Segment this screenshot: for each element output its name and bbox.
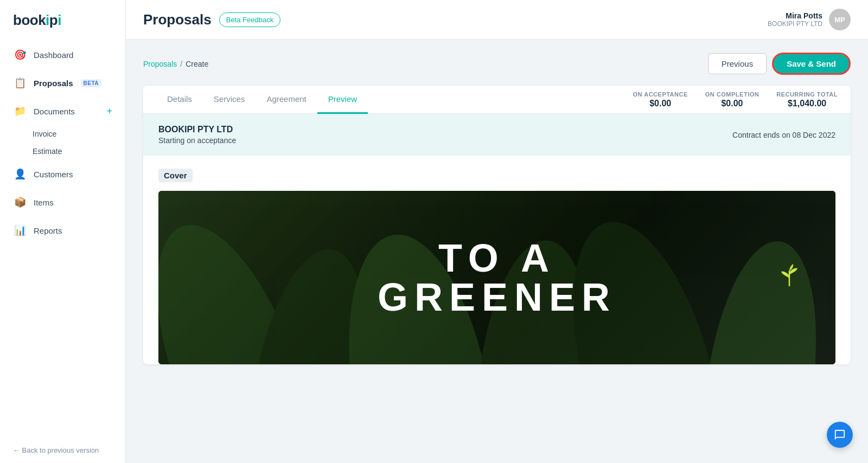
sidebar-item-label: Invoice bbox=[33, 130, 56, 138]
breadcrumb-row: Proposals / Create Previous Save & Send bbox=[143, 53, 851, 75]
preview-content: BOOKIPI PTY LTD Starting on acceptance C… bbox=[143, 114, 851, 364]
documents-icon: 📁 bbox=[13, 104, 27, 118]
cover-image: TO A GREENER bbox=[158, 191, 835, 364]
beta-feedback-button[interactable]: Beta Feedback bbox=[219, 12, 280, 27]
header-left: Proposals Beta Feedback bbox=[143, 11, 280, 28]
sidebar-item-label: Dashboard bbox=[34, 50, 73, 60]
stat-label: RECURRING TOTAL bbox=[776, 91, 838, 98]
sidebar-item-label: Documents bbox=[34, 107, 75, 116]
beta-badge: BETA bbox=[81, 79, 101, 87]
breadcrumb-parent[interactable]: Proposals bbox=[143, 60, 177, 68]
customers-icon: 👤 bbox=[13, 167, 27, 181]
avatar[interactable]: MP bbox=[829, 9, 851, 30]
stat-value: $0.00 bbox=[705, 99, 759, 108]
documents-row: Documents + bbox=[34, 106, 112, 117]
actions-row: Previous Save & Send bbox=[708, 53, 851, 75]
save-send-button[interactable]: Save & Send bbox=[772, 53, 851, 75]
sidebar-item-invoice[interactable]: Invoice bbox=[0, 125, 125, 143]
sidebar-item-reports[interactable]: 📊 Reports bbox=[0, 216, 125, 245]
contract-subtitle: Starting on acceptance bbox=[158, 136, 236, 145]
tab-agreement[interactable]: Agreement bbox=[256, 86, 317, 114]
dashboard-icon: 🎯 bbox=[13, 48, 27, 62]
user-info: Mira Potts BOOKIPI PTY LTD bbox=[768, 11, 822, 28]
cover-line-2: GREENER bbox=[180, 278, 814, 317]
stat-value: $1,040.00 bbox=[776, 99, 838, 108]
contract-header: BOOKIPI PTY LTD Starting on acceptance C… bbox=[143, 114, 851, 156]
tab-services[interactable]: Services bbox=[203, 86, 256, 114]
breadcrumb-current: Create bbox=[186, 60, 208, 68]
sidebar-item-documents[interactable]: 📁 Documents + bbox=[0, 97, 125, 125]
sidebar-item-label: Proposals bbox=[34, 79, 73, 88]
stat-on-acceptance: ON ACCEPTANCE $0.00 bbox=[633, 91, 688, 108]
chat-icon bbox=[834, 429, 846, 441]
contract-company-name: BOOKIPI PTY LTD bbox=[158, 125, 236, 134]
previous-button[interactable]: Previous bbox=[708, 53, 767, 74]
breadcrumb: Proposals / Create bbox=[143, 60, 208, 68]
content-area: Proposals / Create Previous Save & Send … bbox=[126, 40, 868, 463]
contract-left: BOOKIPI PTY LTD Starting on acceptance bbox=[158, 125, 236, 145]
sidebar-item-label: Customers bbox=[34, 170, 73, 179]
sidebar-nav: 🎯 Dashboard 📋 Proposals BETA 📁 Documents… bbox=[0, 38, 125, 438]
sidebar-item-items[interactable]: 📦 Items bbox=[0, 188, 125, 216]
contract-end-date: Contract ends on 08 Dec 2022 bbox=[732, 131, 835, 139]
tab-preview[interactable]: Preview bbox=[317, 86, 368, 114]
reports-icon: 📊 bbox=[13, 223, 27, 237]
cover-section: Cover bbox=[143, 156, 851, 364]
back-to-previous-version[interactable]: ← Back to previous version bbox=[0, 438, 125, 463]
plant-leaf-icon bbox=[776, 263, 803, 292]
sidebar-item-proposals[interactable]: 📋 Proposals BETA bbox=[0, 69, 125, 97]
tabs-left: Details Services Agreement Preview bbox=[156, 86, 368, 113]
stat-on-completion: ON COMPLETION $0.00 bbox=[705, 91, 759, 108]
cover-text: TO A GREENER bbox=[158, 239, 835, 317]
tabs-row: Details Services Agreement Preview ON AC… bbox=[143, 86, 851, 114]
logo: bookipi bbox=[0, 0, 125, 38]
breadcrumb-separator: / bbox=[180, 60, 182, 68]
sidebar-item-customers[interactable]: 👤 Customers bbox=[0, 160, 125, 188]
stats-row: ON ACCEPTANCE $0.00 ON COMPLETION $0.00 … bbox=[633, 91, 838, 108]
sidebar-item-label: Reports bbox=[34, 226, 62, 235]
sidebar: bookipi 🎯 Dashboard 📋 Proposals BETA 📁 D… bbox=[0, 0, 126, 463]
proposals-icon: 📋 bbox=[13, 76, 27, 90]
cover-section-title: Cover bbox=[158, 169, 193, 182]
sidebar-item-dashboard[interactable]: 🎯 Dashboard bbox=[0, 41, 125, 69]
page-title: Proposals bbox=[143, 11, 212, 28]
user-name: Mira Potts bbox=[768, 11, 822, 20]
stat-value: $0.00 bbox=[633, 99, 688, 108]
header-right: Mira Potts BOOKIPI PTY LTD MP bbox=[768, 9, 851, 30]
top-header: Proposals Beta Feedback Mira Potts BOOKI… bbox=[126, 0, 868, 40]
sidebar-item-label: Items bbox=[34, 198, 54, 207]
items-icon: 📦 bbox=[13, 195, 27, 209]
add-document-button[interactable]: + bbox=[106, 106, 112, 117]
sidebar-item-estimate[interactable]: Estimate bbox=[0, 143, 125, 160]
main-content: Proposals Beta Feedback Mira Potts BOOKI… bbox=[126, 0, 868, 463]
proposal-card: Details Services Agreement Preview ON AC… bbox=[143, 86, 851, 364]
stat-label: ON COMPLETION bbox=[705, 91, 759, 98]
logo-text: bookipi bbox=[13, 12, 61, 29]
stat-label: ON ACCEPTANCE bbox=[633, 91, 688, 98]
stat-recurring-total: RECURRING TOTAL $1,040.00 bbox=[776, 91, 838, 108]
user-company: BOOKIPI PTY LTD bbox=[768, 20, 822, 28]
cover-line-1: TO A bbox=[180, 239, 814, 278]
sidebar-item-label: Estimate bbox=[33, 147, 62, 156]
tab-details[interactable]: Details bbox=[156, 86, 203, 114]
chat-bubble-button[interactable] bbox=[827, 422, 853, 448]
